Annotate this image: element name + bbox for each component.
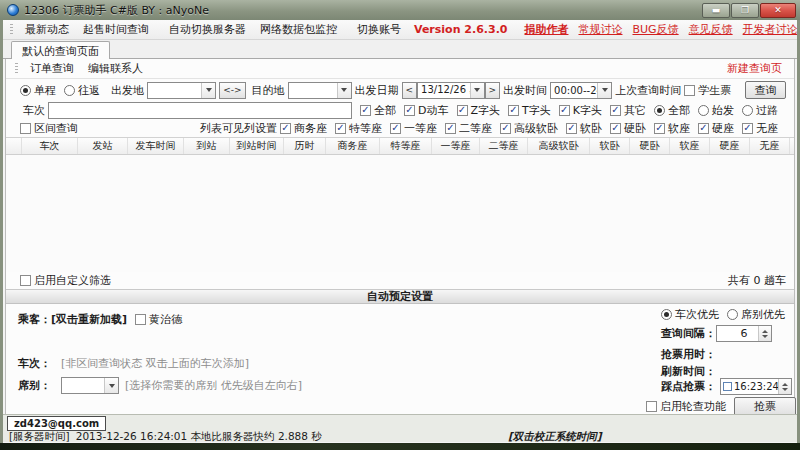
time-range-select[interactable]: 00:00--24:00 [550, 82, 612, 99]
chevron-down-icon[interactable] [201, 83, 215, 98]
priority-seat-radio[interactable]: 席别优先 [727, 307, 785, 322]
seat-col-label: 无座 [756, 121, 778, 136]
col-premier[interactable]: 特等座 [335, 121, 382, 136]
checkbox-icon [445, 123, 456, 134]
chevron-down-icon[interactable] [470, 83, 484, 98]
book-seat-label: 席别： [18, 378, 51, 393]
minimize-button[interactable]: ▬ [702, 3, 730, 18]
link-donate[interactable]: 捐助作者 [524, 22, 568, 37]
menu-sale-time-query[interactable]: 起售时间查询 [76, 20, 156, 39]
chevron-down-icon[interactable] [337, 83, 351, 98]
to-station-select[interactable] [288, 82, 352, 99]
col-hard-sleeper[interactable]: 硬卧 [610, 121, 646, 136]
col-header[interactable]: 硬卧 [630, 138, 670, 154]
passenger-checkbox[interactable]: 黄治德 [135, 312, 182, 327]
link-suggestions[interactable]: 意见反馈 [689, 22, 733, 37]
menu-edit-contacts[interactable]: 编辑联系人 [81, 59, 150, 78]
new-query-page-link[interactable]: 新建查询页 [727, 61, 786, 76]
snipe-time-picker[interactable]: 16:23:24 [720, 378, 792, 395]
spinner-arrows-icon[interactable] [778, 379, 791, 394]
col-header[interactable]: 到站时间 [230, 138, 284, 154]
col-hard-seat[interactable]: 硬座 [698, 121, 734, 136]
swap-stations-button[interactable]: <-> [219, 82, 245, 99]
col-header[interactable]: 历时 [284, 138, 326, 154]
loop-query-checkbox[interactable]: 启用轮查功能 [646, 399, 726, 414]
status-bar: zd423@qq.com [服务器时间] 2013-12-26 16:24:01… [3, 414, 797, 442]
menu-latest-news[interactable]: 最新动态 [18, 20, 76, 39]
col-header[interactable]: 软座 [670, 138, 710, 154]
checkbox-icon [610, 123, 621, 134]
checkbox-icon [135, 314, 146, 325]
query-button[interactable]: 查询 [745, 81, 786, 99]
fix-time-hint[interactable]: [双击校正系统时间] [508, 430, 602, 444]
next-day-button[interactable]: > [485, 82, 501, 99]
col-second[interactable]: 二等座 [445, 121, 492, 136]
train-type-label: 全部 [374, 103, 396, 118]
col-header[interactable]: 一等座 [432, 138, 480, 154]
seat-class-select[interactable] [61, 377, 119, 394]
seat-col-label: 一等座 [404, 121, 437, 136]
passenger-reload-hint[interactable]: [双击重新加载] [51, 312, 127, 327]
col-first[interactable]: 一等座 [390, 121, 437, 136]
col-header[interactable]: 软卧 [590, 138, 630, 154]
title-bar: 12306 订票助手 C#版 BY : aNyoNe ▬ ❐ ✕ [0, 0, 800, 20]
origin-start[interactable]: 始发 [698, 103, 734, 118]
col-header[interactable]: 高级软卧 [528, 138, 590, 154]
train-type-t[interactable]: T字头 [508, 103, 551, 118]
range-query-checkbox[interactable]: 区间查询 [20, 121, 78, 136]
link-general-discussion[interactable]: 常规讨论 [578, 22, 622, 37]
prev-day-button[interactable]: < [402, 82, 418, 99]
col-header[interactable]: 商务座 [326, 138, 380, 154]
train-type-z[interactable]: Z字头 [457, 103, 501, 118]
col-business[interactable]: 商务座 [280, 121, 327, 136]
range-query-label: 区间查询 [34, 121, 78, 136]
col-header[interactable]: 发站 [78, 138, 128, 154]
col-soft-sleeper[interactable]: 软卧 [566, 121, 602, 136]
col-header[interactable]: 发车时间 [128, 138, 184, 154]
chevron-down-icon[interactable] [104, 378, 118, 393]
close-button[interactable]: ✕ [760, 3, 796, 18]
col-header[interactable]: 特等座 [380, 138, 432, 154]
col-header[interactable]: 硬座 [710, 138, 750, 154]
menu-order-query[interactable]: 订单查询 [23, 59, 81, 78]
custom-filter-checkbox[interactable]: 启用自定义筛选 [20, 273, 111, 288]
spinner-arrows-icon[interactable] [758, 326, 771, 341]
checkbox-icon [20, 275, 31, 286]
col-header[interactable]: 无座 [750, 138, 790, 154]
train-type-label: K字头 [573, 103, 602, 118]
snipe-enable-checkbox-icon[interactable] [723, 382, 732, 391]
train-no-input[interactable] [48, 102, 352, 119]
app-icon [7, 4, 19, 16]
col-no-seat[interactable]: 无座 [742, 121, 778, 136]
priority-train-radio[interactable]: 车次优先 [661, 307, 719, 322]
tab-default-query-page[interactable]: 默认的查询页面 [11, 41, 110, 59]
radio-round-trip[interactable]: 往返 [64, 83, 100, 98]
menu-packet-monitor[interactable]: 网络数据包监控 [253, 20, 344, 39]
menu-auto-switch-server[interactable]: 自动切换服务器 [162, 20, 253, 39]
link-dev-discussion[interactable]: 开发者讨论 [743, 22, 797, 37]
col-deluxe-sleeper[interactable]: 高级软卧 [500, 121, 558, 136]
train-type-all[interactable]: 全部 [360, 103, 396, 118]
radio-one-way[interactable]: 单程 [20, 83, 56, 98]
menu-switch-account[interactable]: 切换账号 [350, 20, 408, 39]
train-type-d[interactable]: D动车 [404, 103, 448, 118]
origin-pass[interactable]: 过路 [742, 103, 778, 118]
col-header[interactable]: 车次 [22, 138, 78, 154]
train-type-k[interactable]: K字头 [559, 103, 602, 118]
tab-strip: 默认的查询页面 [3, 40, 797, 59]
maximize-button[interactable]: ❐ [731, 3, 759, 18]
chevron-down-icon[interactable] [597, 83, 611, 98]
results-table-body[interactable] [6, 155, 794, 272]
origin-all[interactable]: 全部 [654, 103, 690, 118]
student-ticket-checkbox[interactable]: 学生票 [684, 83, 731, 98]
from-station-select[interactable] [147, 82, 216, 99]
interval-stepper[interactable]: 6 [716, 325, 772, 342]
col-header[interactable]: 二等座 [480, 138, 528, 154]
train-type-other[interactable]: 其它 [610, 103, 646, 118]
from-label: 出发地 [111, 83, 144, 98]
link-bug-feedback[interactable]: BUG反馈 [632, 22, 678, 37]
col-soft-seat[interactable]: 软座 [654, 121, 690, 136]
date-picker[interactable]: 13/12/26 星期四 [417, 82, 484, 99]
col-header[interactable]: 到站 [184, 138, 230, 154]
query-page: 订单查询 编辑联系人 新建查询页 单程 往返 出发地 <-> 目的地 出发日期 … [5, 59, 795, 414]
